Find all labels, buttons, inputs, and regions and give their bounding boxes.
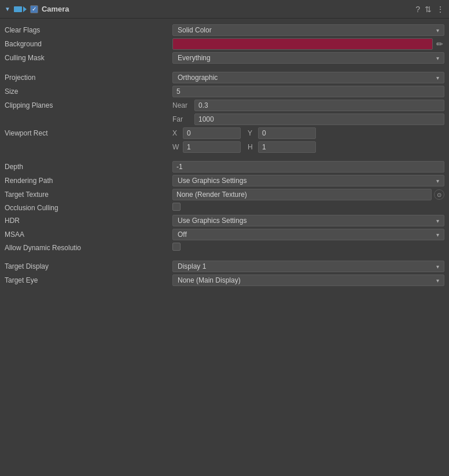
msaa-label: MSAA	[5, 230, 172, 239]
component-enabled-checkbox[interactable]: ✓	[30, 5, 38, 13]
target-eye-value[interactable]: None (Main Display) ▾	[172, 274, 444, 286]
viewport-rect-wh-row: W H	[0, 140, 449, 154]
chevron-down-icon: ▾	[436, 75, 439, 81]
target-display-label: Target Display	[5, 262, 172, 270]
allow-dynamic-resolution-value	[172, 243, 444, 252]
clear-flags-row: Clear Flags Solid Color ▾	[0, 23, 449, 37]
target-display-row: Target Display Display 1 ▾	[0, 259, 449, 273]
target-texture-input-row: None (Render Texture) ⊙	[172, 189, 444, 200]
chevron-down-icon: ▾	[436, 178, 439, 184]
hdr-row: HDR Use Graphics Settings ▾	[0, 214, 449, 228]
rendering-path-value[interactable]: Use Graphics Settings ▾	[172, 175, 444, 186]
projection-dropdown[interactable]: Orthographic ▾	[172, 72, 444, 83]
size-label: Size	[5, 87, 172, 96]
target-display-dropdown[interactable]: Display 1 ▾	[172, 261, 444, 272]
w-label: W	[172, 143, 181, 151]
culling-mask-value[interactable]: Everything ▾	[172, 52, 444, 64]
background-value: ✏	[172, 38, 444, 50]
chevron-down-icon: ▾	[436, 27, 439, 34]
near-label: Near	[172, 101, 191, 109]
component-title: Camera	[42, 5, 412, 13]
size-value[interactable]	[172, 86, 444, 97]
clear-flags-label: Clear Flags	[5, 26, 172, 34]
target-texture-label: Target Texture	[5, 191, 172, 199]
component-header: ▼ ✓ Camera ? ⇅ ⋮	[0, 0, 449, 19]
occlusion-culling-label: Occlusion Culling	[5, 204, 172, 212]
far-label: Far	[172, 115, 191, 123]
projection-value[interactable]: Orthographic ▾	[172, 72, 444, 83]
clipping-planes-near: Near	[172, 100, 444, 111]
x-input[interactable]	[183, 127, 241, 139]
separator-1	[0, 65, 449, 71]
culling-mask-dropdown[interactable]: Everything ▾	[172, 52, 444, 64]
target-select-icon[interactable]: ⊙	[434, 189, 444, 200]
separator-3	[0, 254, 449, 259]
near-input[interactable]	[194, 100, 444, 111]
viewport-xy: X Y	[172, 127, 444, 139]
occlusion-culling-row: Occlusion Culling	[0, 202, 449, 214]
background-label: Background	[5, 40, 172, 48]
size-row: Size	[0, 85, 449, 98]
y-label: Y	[248, 129, 256, 137]
viewport-rect-label: Viewport Rect	[5, 129, 172, 137]
chevron-down-icon: ▾	[436, 218, 439, 224]
depth-row: Depth	[0, 160, 449, 174]
hdr-label: HDR	[5, 217, 172, 225]
y-input[interactable]	[258, 127, 316, 139]
clipping-planes-far: Far	[172, 113, 444, 125]
h-input[interactable]	[258, 141, 316, 153]
msaa-row: MSAA Off ▾	[0, 228, 449, 241]
occlusion-culling-checkbox[interactable]	[172, 203, 181, 211]
chevron-down-icon: ▾	[436, 277, 439, 284]
msaa-dropdown[interactable]: Off ▾	[172, 229, 444, 240]
msaa-value[interactable]: Off ▾	[172, 229, 444, 240]
header-actions: ? ⇅ ⋮	[415, 5, 444, 14]
chevron-down-icon: ▾	[436, 55, 439, 61]
chevron-down-icon: ▾	[436, 263, 439, 270]
allow-dynamic-resolution-label: Allow Dynamic Resolutio	[5, 244, 172, 252]
rendering-path-row: Rendering Path Use Graphics Settings ▾	[0, 174, 449, 188]
chevron-down-icon: ▾	[436, 232, 439, 238]
target-eye-label: Target Eye	[5, 276, 172, 284]
size-input[interactable]	[172, 86, 444, 97]
preset-icon[interactable]: ⇅	[425, 5, 432, 14]
help-icon[interactable]: ?	[415, 5, 420, 14]
clipping-planes-far-row: Far	[0, 112, 449, 126]
projection-label: Projection	[5, 74, 172, 82]
properties-panel: Clear Flags Solid Color ▾ Background ✏ C…	[0, 19, 449, 292]
occlusion-culling-value	[172, 203, 444, 213]
more-options-icon[interactable]: ⋮	[436, 5, 444, 14]
separator-2	[0, 154, 449, 160]
rendering-path-label: Rendering Path	[5, 177, 172, 185]
depth-input[interactable]	[172, 161, 444, 173]
clipping-near-row: Near	[172, 100, 444, 111]
viewport-wh: W H	[172, 141, 444, 153]
rendering-path-dropdown[interactable]: Use Graphics Settings ▾	[172, 175, 444, 186]
camera-component-icon	[14, 6, 27, 12]
collapse-arrow[interactable]: ▼	[5, 6, 10, 12]
target-eye-dropdown[interactable]: None (Main Display) ▾	[172, 274, 444, 286]
culling-mask-row: Culling Mask Everything ▾	[0, 51, 449, 65]
target-display-value[interactable]: Display 1 ▾	[172, 261, 444, 272]
clear-flags-value[interactable]: Solid Color ▾	[172, 24, 444, 36]
hdr-dropdown[interactable]: Use Graphics Settings ▾	[172, 215, 444, 226]
color-row: ✏	[172, 38, 444, 50]
allow-dynamic-resolution-checkbox[interactable]	[172, 243, 181, 251]
h-label: H	[248, 143, 256, 151]
clipping-planes-near-row: Clipping Planes Near	[0, 98, 449, 112]
hdr-value[interactable]: Use Graphics Settings ▾	[172, 215, 444, 226]
viewport-wh-row: W H	[172, 141, 444, 153]
w-input[interactable]	[183, 141, 241, 153]
clear-flags-dropdown[interactable]: Solid Color ▾	[172, 24, 444, 36]
clipping-planes-label: Clipping Planes	[5, 101, 172, 109]
target-texture-field[interactable]: None (Render Texture)	[172, 189, 432, 200]
viewport-rect-xy-row: Viewport Rect X Y	[0, 126, 449, 140]
target-texture-row: Target Texture None (Render Texture) ⊙	[0, 188, 449, 202]
viewport-xy-row: X Y	[172, 127, 444, 139]
depth-value[interactable]	[172, 161, 444, 173]
eyedropper-icon[interactable]: ✏	[435, 38, 444, 50]
background-color-swatch[interactable]	[172, 38, 433, 50]
depth-label: Depth	[5, 163, 172, 171]
far-input[interactable]	[194, 113, 444, 125]
target-eye-row: Target Eye None (Main Display) ▾	[0, 273, 449, 287]
